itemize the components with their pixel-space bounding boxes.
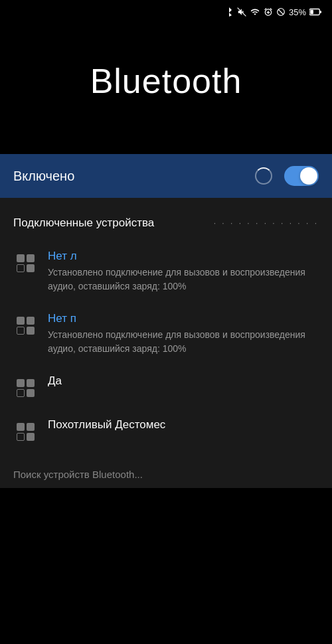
grid-icon [17, 423, 35, 441]
loading-indicator [255, 167, 272, 185]
device-name: Похотливый Дестомес [48, 418, 319, 432]
device-name: Да [48, 374, 319, 388]
status-bar: 35% [0, 0, 332, 21]
toggle-section: Включено [0, 154, 332, 198]
connected-devices-header: Подключенные устройства · · · · · · · · … [0, 211, 332, 240]
list-item[interactable]: Нет п Установлено подключение для вызово… [0, 303, 332, 365]
device-info: Нет л Установлено подключение для вызово… [48, 250, 319, 293]
page-title: Bluetooth [90, 61, 242, 101]
alarm-icon [264, 7, 273, 17]
device-desc: Установлено подключение для вызовов и во… [48, 328, 319, 356]
section-dots: · · · · · · · · · · · · · [214, 218, 319, 228]
device-name: Нет п [48, 312, 319, 325]
bluetooth-toggle[interactable] [284, 166, 319, 186]
search-devices-text: Поиск устройств Bluetooth... [0, 453, 332, 488]
mute-icon [237, 7, 246, 17]
wifi-icon [250, 7, 260, 17]
toggle-label: Включено [13, 169, 74, 184]
toggle-thumb [300, 167, 317, 185]
device-icon [13, 251, 37, 275]
device-icon [13, 420, 37, 443]
list-item[interactable]: Да [0, 365, 332, 409]
section-title: Подключенные устройства [13, 216, 154, 230]
bluetooth-icon [224, 7, 234, 17]
toggle-right [255, 166, 319, 186]
device-desc: Установлено подключение для вызовов и во… [48, 266, 319, 293]
device-icon [13, 313, 37, 337]
battery-percentage: 35% [289, 7, 306, 17]
device-name: Нет л [48, 250, 319, 263]
list-item[interactable]: Нет л Установлено подключение для вызово… [0, 240, 332, 303]
battery-icon [309, 8, 321, 16]
grid-icon [17, 254, 35, 272]
svg-rect-2 [310, 10, 313, 14]
device-list: Нет л Установлено подключение для вызово… [0, 240, 332, 453]
grid-icon [17, 379, 35, 397]
device-info: Похотливый Дестомес [48, 418, 319, 432]
device-info: Нет п Установлено подключение для вызово… [48, 312, 319, 356]
device-icon [13, 376, 37, 400]
title-area: Bluetooth [0, 21, 332, 154]
list-item[interactable]: Похотливый Дестомес [0, 409, 332, 453]
device-info: Да [48, 374, 319, 388]
grid-icon [17, 317, 35, 335]
dnd-icon [276, 7, 286, 17]
svg-rect-3 [319, 11, 321, 13]
status-icons: 35% [224, 7, 321, 17]
content-area: Подключенные устройства · · · · · · · · … [0, 198, 332, 488]
